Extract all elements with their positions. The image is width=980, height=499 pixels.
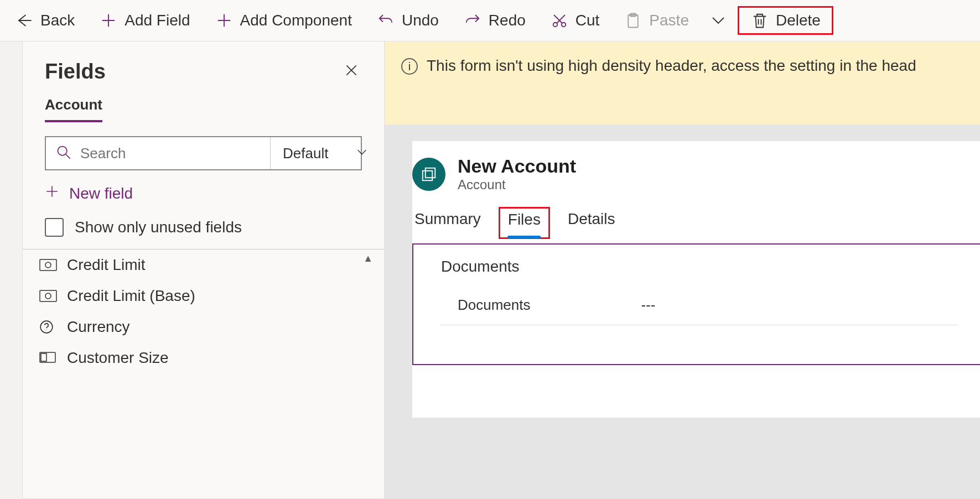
panel-title: Fields [45,60,106,84]
search-input[interactable] [80,145,260,162]
field-label: Currency [67,318,130,336]
chevron-down-icon [709,11,728,30]
panel-tab-account[interactable]: Account [45,96,102,122]
paste-dropdown[interactable] [701,6,735,35]
field-label: Credit Limit [67,256,146,274]
plus-icon [45,184,59,202]
panel-tabs: Account [23,91,384,122]
documents-row[interactable]: Documents --- [441,285,958,325]
search-area[interactable] [46,137,271,169]
field-item-credit-limit[interactable]: Credit Limit [23,250,384,280]
form-subtitle: Account [458,177,506,192]
svg-rect-5 [40,259,56,271]
notice-text: This form isn't using high density heade… [427,57,916,75]
row-label: Documents [458,297,531,314]
form-header: New Account Account [412,141,980,193]
new-field-label: New field [69,185,133,202]
undo-label: Undo [402,12,439,29]
plus-icon [99,11,118,30]
add-field-label: Add Field [125,12,190,29]
delete-label: Delete [776,12,821,29]
tab-summary[interactable]: Summary [413,207,482,239]
field-list: ▲ Credit Limit Credit Limit (Base) Curre… [23,250,384,373]
view-dropdown[interactable]: Default [271,137,380,169]
svg-rect-11 [41,354,46,361]
search-box: Default [45,136,362,170]
form-title-block: New Account Account [458,155,576,193]
info-icon: i [401,58,418,75]
currency-icon [39,288,58,304]
panel-header: Fields [23,41,384,91]
dropdown-value: Default [283,145,328,162]
delete-button[interactable]: Delete [738,6,833,35]
toolbar: Back Add Field Add Component Undo Redo C… [0,0,980,41]
field-item-customer-size[interactable]: Customer Size [23,342,384,373]
cut-button[interactable]: Cut [538,6,612,35]
svg-point-4 [58,147,67,155]
arrow-left-icon [15,11,34,30]
undo-button[interactable]: Undo [364,6,451,35]
row-value: --- [641,297,656,314]
documents-region[interactable]: Documents Documents --- [412,243,980,365]
content-area: Fields Account Default [0,41,980,499]
field-label: Customer Size [67,349,169,367]
checkbox-icon[interactable] [45,218,64,237]
form-tabs: Summary Files Details [412,193,980,239]
plus-icon [215,11,234,30]
svg-point-6 [45,262,51,268]
trash-icon [750,11,769,30]
notice-bar: i This form isn't using high density hea… [385,41,980,124]
undo-icon [376,11,395,30]
redo-button[interactable]: Redo [451,6,538,35]
tab-details[interactable]: Details [567,207,616,239]
scroll-up-icon[interactable]: ▲ [363,253,373,264]
paste-label: Paste [649,12,689,29]
add-field-button[interactable]: Add Field [87,6,202,35]
svg-point-8 [45,293,51,299]
svg-point-9 [40,321,53,333]
svg-rect-7 [40,290,56,302]
currency-icon [39,257,58,273]
form-surface: New Account Account Summary Files Detail… [412,141,980,418]
back-label: Back [40,12,75,29]
cut-label: Cut [575,12,600,29]
field-item-currency[interactable]: Currency [23,311,384,342]
paste-button[interactable]: Paste [611,6,701,35]
fields-panel: Fields Account Default [22,41,385,499]
tab-files[interactable]: Files [499,207,550,239]
svg-rect-13 [426,168,435,178]
field-item-credit-limit-base[interactable]: Credit Limit (Base) [23,280,384,311]
region-title: Documents [441,258,958,276]
new-field-button[interactable]: New field [23,173,384,210]
field-label: Credit Limit (Base) [67,287,195,305]
scissors-icon [550,11,569,30]
entity-icon [412,158,445,191]
search-icon [56,144,71,162]
clipboard-icon [624,11,642,30]
chevron-down-icon [356,145,368,162]
close-panel-button[interactable] [341,58,362,85]
svg-rect-12 [423,170,433,180]
redo-icon [463,11,482,30]
back-button[interactable]: Back [3,6,87,35]
option-icon [39,350,58,366]
add-component-label: Add Component [240,12,352,29]
form-title: New Account [458,155,576,177]
search-row: Default [23,122,384,173]
unused-fields-label: Show only unused fields [75,219,242,236]
help-icon [39,319,58,335]
unused-fields-toggle[interactable]: Show only unused fields [23,210,384,250]
redo-label: Redo [489,12,526,29]
add-component-button[interactable]: Add Component [203,6,364,35]
form-canvas: i This form isn't using high density hea… [385,41,980,499]
